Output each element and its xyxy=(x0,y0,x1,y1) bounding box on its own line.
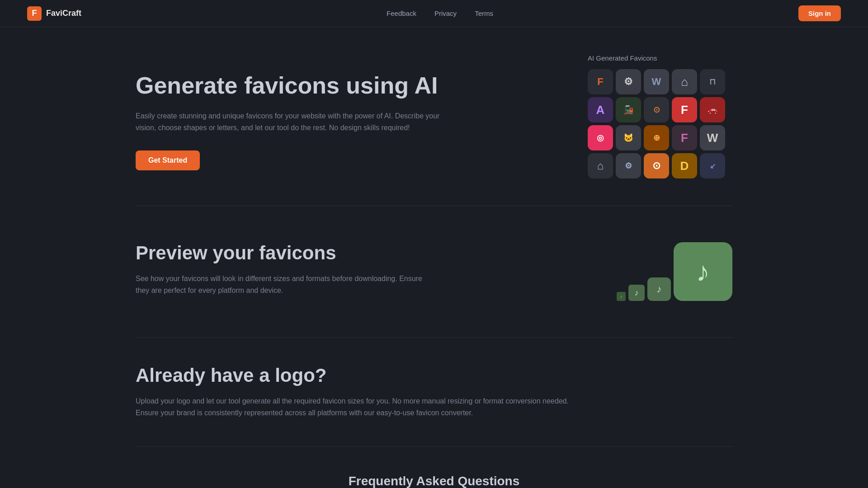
favicon-cell: ⊙ xyxy=(644,153,669,178)
nav-logo[interactable]: F FaviCraft xyxy=(27,6,81,21)
favicons-grid: F ⚙ W ⌂ ⊓ A 🚂 ⊙ F 🚗 ◎ 🐱 ⊕ F W ⌂ ⚙ xyxy=(588,69,725,178)
hero-title: Generate favicons using AI xyxy=(136,72,443,99)
favicon-cell: W xyxy=(644,69,669,94)
logo-section-title: Already have a logo? xyxy=(136,365,732,386)
nav-links: Feedback Privacy Terms xyxy=(387,9,493,17)
hero-text: Generate favicons using AI Easily create… xyxy=(136,54,443,170)
favicon-cell: 🐱 xyxy=(616,125,641,150)
faq-title: Frequently Asked Questions xyxy=(136,474,732,488)
preview-description: See how your favicons will look in diffe… xyxy=(136,273,429,297)
hero-description: Easily create stunning and unique favico… xyxy=(136,110,443,134)
favicon-cell: F xyxy=(588,69,613,94)
nav-link-privacy[interactable]: Privacy xyxy=(434,9,457,17)
get-started-button[interactable]: Get Started xyxy=(136,150,200,170)
navbar: F FaviCraft Feedback Privacy Terms Sign … xyxy=(0,0,868,27)
favicon-cell: 🚗 xyxy=(700,97,725,122)
favicon-cell: 🚂 xyxy=(616,97,641,122)
favicon-cell: ⌂ xyxy=(672,69,697,94)
favicon-cell: ◎ xyxy=(588,125,613,150)
preview-icon-tiny: ♪ xyxy=(617,292,626,301)
logo-section: Already have a logo? Upload your logo an… xyxy=(136,338,732,447)
favicons-panel: AI Generated Favicons F ⚙ W ⌂ ⊓ A 🚂 ⊙ F … xyxy=(588,54,732,178)
favicon-cell: A xyxy=(588,97,613,122)
logo-icon: F xyxy=(27,6,42,21)
preview-section: Preview your favicons See how your favic… xyxy=(136,206,732,338)
hero-section: Generate favicons using AI Easily create… xyxy=(136,27,732,206)
favicon-cell: ⊓ xyxy=(700,69,725,94)
favicon-cell: D xyxy=(672,153,697,178)
nav-link-feedback[interactable]: Feedback xyxy=(387,9,416,17)
favicon-cell: ↙ xyxy=(700,153,725,178)
favicons-panel-title: AI Generated Favicons xyxy=(588,54,657,62)
favicon-cell: ⚙ xyxy=(616,69,641,94)
preview-visual: ♪ ♪ ♪ ♪ xyxy=(597,233,732,310)
sign-in-button[interactable]: Sign in xyxy=(798,5,841,21)
favicon-cell: W xyxy=(700,125,725,150)
preview-title: Preview your favicons xyxy=(136,242,429,264)
favicon-cell: ⊙ xyxy=(644,97,669,122)
faq-section: Frequently Asked Questions What is a fav… xyxy=(136,447,732,488)
nav-link-terms[interactable]: Terms xyxy=(475,9,493,17)
preview-icon-large: ♪ xyxy=(674,242,732,301)
preview-icon-small: ♪ xyxy=(628,285,645,301)
preview-text: Preview your favicons See how your favic… xyxy=(136,233,429,297)
favicon-cell: F xyxy=(672,125,697,150)
favicon-cell: ⚙ xyxy=(616,153,641,178)
favicon-cell: ⊕ xyxy=(644,125,669,150)
favicon-cell: ⌂ xyxy=(588,153,613,178)
logo-section-description: Upload your logo and let our tool genera… xyxy=(136,395,570,419)
favicon-cell: F xyxy=(672,97,697,122)
logo-name: FaviCraft xyxy=(46,9,81,18)
preview-icon-medium: ♪ xyxy=(647,277,671,301)
